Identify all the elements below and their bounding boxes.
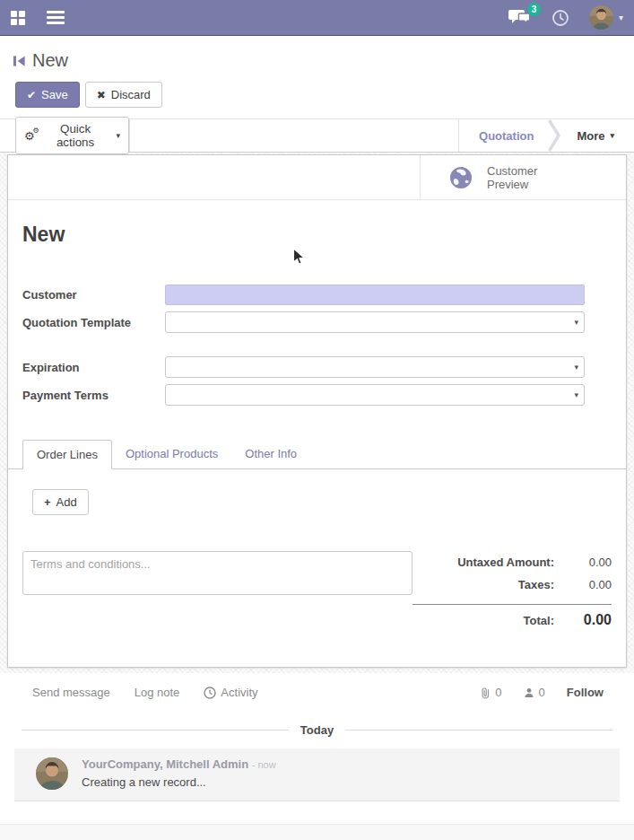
stage-arrow-separator: [548, 119, 560, 152]
customer-label: Customer: [22, 288, 165, 302]
add-line-button[interactable]: +Add: [32, 489, 89, 515]
stage-more-dropdown[interactable]: More ▾: [569, 129, 621, 143]
attachments-button[interactable]: 0: [480, 686, 501, 699]
field-group: Customer Quotation Template ▾ Expiration…: [22, 284, 612, 406]
user-menu[interactable]: ▾: [589, 5, 623, 30]
untaxed-amount-label: Untaxed Amount:: [457, 556, 554, 569]
customer-preview-button[interactable]: Customer Preview: [420, 155, 626, 199]
follower-count: 0: [539, 686, 545, 699]
expiration-input[interactable]: [165, 356, 585, 378]
tab-order-lines[interactable]: Order Lines: [22, 440, 112, 469]
chevron-down-icon: ▾: [619, 13, 623, 22]
discard-button[interactable]: ✖ Discard: [85, 82, 162, 108]
form-background: Customer Preview New Customer Quotation …: [0, 153, 634, 673]
author-avatar: [36, 757, 68, 790]
untaxed-amount-value: 0.00: [554, 556, 612, 569]
payment-terms-label: Payment Terms: [22, 389, 165, 402]
field-row-payment-terms: Payment Terms ▾: [22, 384, 612, 406]
payment-terms-input[interactable]: [165, 384, 585, 406]
footer-strip: [0, 824, 634, 840]
chatter: Send message Log note Activity 0: [0, 673, 634, 801]
field-row-quotation-template: Quotation Template ▾: [22, 311, 612, 333]
date-divider: Today: [22, 723, 612, 737]
save-button[interactable]: ✔ Save: [15, 82, 80, 108]
stat-button-label-line1: Customer: [487, 164, 537, 178]
customer-input[interactable]: [165, 284, 585, 305]
notebook: Order Lines Optional Products Other Info: [8, 440, 626, 469]
totals-block: Untaxed Amount: 0.00 Taxes: 0.00 Total: …: [413, 551, 612, 637]
terms-and-conditions-input[interactable]: [22, 551, 413, 595]
quotation-template-input[interactable]: [165, 311, 585, 333]
messages-count-badge: 3: [527, 3, 541, 16]
message-author[interactable]: YourCompany, Mitchell Admin: [82, 757, 248, 771]
gears-icon: ⚙⚙: [24, 130, 35, 142]
hamburger-menu-icon[interactable]: [47, 8, 65, 27]
taxes-label: Taxes:: [518, 578, 554, 591]
followers-button[interactable]: 0: [524, 686, 545, 699]
form-action-buttons: ✔ Save ✖ Discard: [0, 71, 634, 118]
clock-icon: [204, 687, 216, 699]
taxes-value: 0.00: [554, 578, 612, 591]
plus-icon: +: [44, 495, 51, 509]
record-title: New: [22, 223, 626, 247]
follow-button[interactable]: Follow: [567, 686, 604, 699]
tab-optional-products[interactable]: Optional Products: [112, 440, 231, 468]
chatter-message: YourCompany, Mitchell Admin - now Creati…: [14, 748, 620, 801]
field-row-expiration: Expiration ▾: [22, 356, 612, 378]
chevron-down-icon: ▾: [610, 131, 614, 140]
page-title: New: [32, 50, 68, 71]
person-icon: [524, 687, 534, 698]
field-row-customer: Customer: [22, 284, 612, 305]
date-divider-label: Today: [289, 723, 345, 737]
back-to-list-icon[interactable]: [13, 54, 26, 68]
stage-quotation[interactable]: Quotation: [459, 129, 548, 143]
total-label: Total:: [524, 614, 554, 627]
form-sheet: Customer Preview New Customer Quotation …: [7, 154, 627, 668]
log-note-button[interactable]: Log note: [135, 686, 180, 699]
activity-clock-icon[interactable]: [551, 9, 569, 27]
message-body: Creating a new record...: [82, 775, 276, 789]
send-message-button[interactable]: Send message: [32, 686, 110, 699]
stat-button-label-line2: Preview: [487, 178, 528, 191]
globe-icon: [449, 166, 473, 189]
check-icon: ✔: [27, 89, 36, 101]
top-navbar: 3 ▾: [0, 0, 634, 36]
stat-button-row: Customer Preview: [8, 155, 626, 200]
attachment-count: 0: [495, 686, 501, 699]
schedule-activity-button[interactable]: Activity: [204, 686, 257, 699]
statusbar: ⚙⚙ Quick actions ▾ Quotation More ▾: [0, 118, 634, 153]
quotation-template-label: Quotation Template: [22, 316, 165, 329]
message-timestamp: - now: [252, 759, 276, 770]
apps-menu-icon[interactable]: [11, 11, 25, 25]
total-value: 0.00: [554, 612, 612, 628]
user-avatar: [589, 5, 613, 30]
tab-other-info[interactable]: Other Info: [231, 440, 310, 468]
quick-actions-button[interactable]: ⚙⚙ Quick actions ▾: [15, 117, 129, 154]
close-icon: ✖: [97, 89, 106, 101]
messages-button[interactable]: 3: [508, 8, 532, 28]
chevron-down-icon: ▾: [116, 131, 120, 140]
expiration-label: Expiration: [22, 361, 165, 374]
breadcrumb: New: [0, 36, 634, 71]
paperclip-icon: [480, 687, 491, 699]
